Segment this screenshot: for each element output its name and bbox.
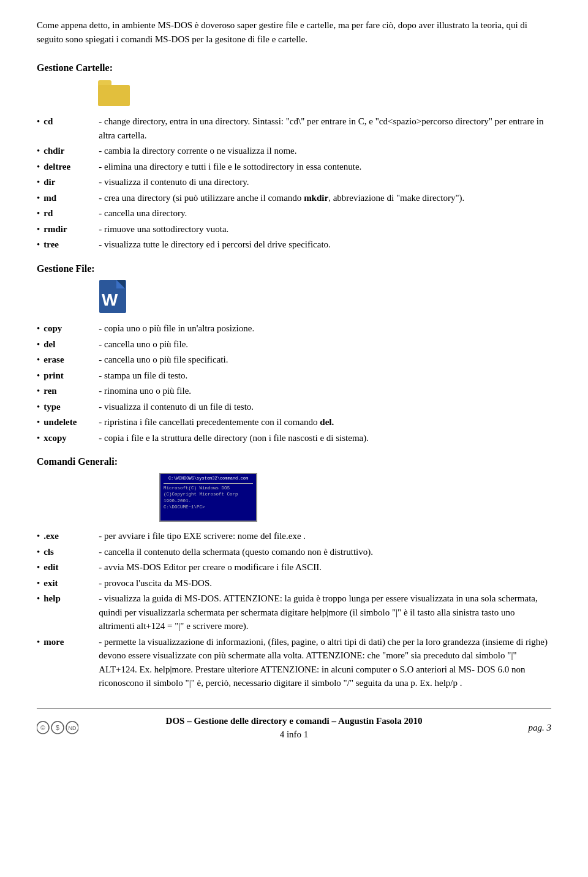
cmd-cls-desc: - cancella il contenuto della schermata … <box>99 545 551 559</box>
gestione-file-commands: • copy - copia uno o più file in un'altr… <box>37 322 551 445</box>
cmd-exe-row: • .exe - per avviare i file tipo EXE scr… <box>37 529 551 543</box>
cmd-exit-name: exit <box>43 576 99 590</box>
cmd-chdir-desc: - cambia la directory corrente o ne visu… <box>99 144 551 158</box>
cmd-type-desc: - visualizza il contenuto di un file di … <box>99 400 551 414</box>
cmd-tree-row: • tree - visualizza tutte le directory e… <box>37 238 551 252</box>
svg-text:ND: ND <box>69 725 77 731</box>
bullet: • <box>37 144 40 158</box>
cmd-exit-desc: - provoca l'uscita da MS-DOS. <box>99 576 551 590</box>
comandi-generali-commands: • .exe - per avviare i file tipo EXE scr… <box>37 529 551 690</box>
cmd-more-row: • more - permette la visualizzazione di … <box>37 635 551 690</box>
cmd-title-bar: C:\WINDOWS\system32\command.com <box>164 476 253 484</box>
cmd-xcopy-row: • xcopy - copia i file e la struttura de… <box>37 431 551 445</box>
cc-license-icon: © $ ND <box>37 720 78 735</box>
cmd-rmdir-row: • rmdir - rimuove una sottodirectory vuo… <box>37 222 551 236</box>
bullet: • <box>37 545 40 559</box>
cmd-type-name: type <box>43 400 99 414</box>
cmd-del-row: • del - cancella uno o più file. <box>37 337 551 352</box>
footer-center: DOS – Gestione delle directory e comandi… <box>86 714 502 742</box>
cmd-more-name: more <box>43 635 99 649</box>
cmd-tree-name: tree <box>43 238 99 252</box>
bullet: • <box>37 175 40 189</box>
footer-subtitle: 4 info 1 <box>86 728 502 742</box>
cmd-cd-name: cd <box>43 115 99 129</box>
bullet: • <box>37 431 40 445</box>
cmd-md-name: md <box>43 191 99 205</box>
gestione-cartelle-title: Gestione Cartelle: <box>37 61 551 75</box>
svg-rect-2 <box>98 85 130 106</box>
cmd-rd-row: • rd - cancella una directory. <box>37 206 551 220</box>
bullet: • <box>37 560 40 574</box>
cmd-deltree-desc: - elimina una directory e tutti i file e… <box>99 160 551 174</box>
intro-paragraph: Come appena detto, in ambiente MS-DOS è … <box>37 18 551 47</box>
bullet: • <box>37 592 40 606</box>
cmd-dir-name: dir <box>43 175 99 189</box>
cmd-deltree-name: deltree <box>43 160 99 174</box>
bullet: • <box>37 222 40 236</box>
cmd-help-desc: - visualizza la guida di MS-DOS. ATTENZI… <box>99 592 551 633</box>
cmd-print-name: print <box>43 369 99 383</box>
bullet: • <box>37 337 40 352</box>
cmd-dir-row: • dir - visualizza il contenuto di una d… <box>37 175 551 189</box>
svg-text:W: W <box>102 290 118 309</box>
gestione-cartelle-commands: • cd - change directory, entra in una di… <box>37 115 551 252</box>
cmd-rmdir-name: rmdir <box>43 222 99 236</box>
cmd-cd-desc: - change directory, entra in una directo… <box>99 115 551 142</box>
footer-page: pag. 3 <box>502 721 551 735</box>
gestione-cartelle-section: Gestione Cartelle: • cd - change directo… <box>37 61 551 252</box>
bullet: • <box>37 635 40 649</box>
gestione-file-section: Gestione File: W • copy - copia uno o pi… <box>37 262 551 445</box>
cmd-undelete-name: undelete <box>43 415 99 429</box>
bullet: • <box>37 206 40 220</box>
bullet: • <box>37 529 40 543</box>
bullet: • <box>37 400 40 414</box>
comandi-generali-title: Comandi Generali: <box>37 454 551 469</box>
word-icon: W <box>98 280 127 317</box>
cmd-erase-name: erase <box>43 353 99 367</box>
cmd-exe-desc: - per avviare i file tipo EXE scrivere: … <box>99 529 551 543</box>
cmd-ren-name: ren <box>43 384 99 398</box>
cmd-more-desc: - permette la visualizzazione di informa… <box>99 635 551 690</box>
cmd-dir-desc: - visualizza il contenuto di una directo… <box>99 175 551 189</box>
comandi-generali-section: Comandi Generali: C:\WINDOWS\system32\co… <box>37 454 551 690</box>
cmd-content: Microsoft(C) Windows DOS (C)Copyright Mi… <box>164 485 253 511</box>
cmd-print-desc: - stampa un file di testo. <box>99 369 551 383</box>
cmd-print-row: • print - stampa un file di testo. <box>37 369 551 383</box>
cmd-help-name: help <box>43 592 99 606</box>
cmd-undelete-desc: - ripristina i file cancellati precedent… <box>99 415 551 429</box>
cmd-undelete-row: • undelete - ripristina i file cancellat… <box>37 415 551 429</box>
cmd-cls-name: cls <box>43 545 99 559</box>
cmd-screenshot-image: C:\WINDOWS\system32\command.com Microsof… <box>98 473 257 524</box>
cmd-edit-row: • edit - avvia MS-DOS Editor per creare … <box>37 560 551 574</box>
cmd-copy-row: • copy - copia uno o più file in un'altr… <box>37 322 551 336</box>
cmd-del-desc: - cancella uno o più file. <box>99 337 551 352</box>
bullet: • <box>37 415 40 429</box>
gestione-file-title: Gestione File: <box>37 262 551 276</box>
cmd-ren-desc: - rinomina uno o più file. <box>99 384 551 398</box>
cmd-xcopy-name: xcopy <box>43 431 99 445</box>
bullet: • <box>37 369 40 383</box>
cmd-md-row: • md - crea una directory (si può utiliz… <box>37 191 551 205</box>
bullet: • <box>37 384 40 398</box>
cmd-edit-name: edit <box>43 560 99 574</box>
svg-text:©: © <box>40 725 45 731</box>
cmd-chdir-row: • chdir - cambia la directory corrente o… <box>37 144 551 158</box>
cmd-cd-row: • cd - change directory, entra in una di… <box>37 115 551 142</box>
footer-title: DOS – Gestione delle directory e comandi… <box>86 714 502 728</box>
cmd-rd-name: rd <box>43 206 99 220</box>
bullet: • <box>37 322 40 336</box>
bullet: • <box>37 115 40 129</box>
cmd-erase-desc: - cancella uno o più file specificati. <box>99 353 551 367</box>
bullet: • <box>37 353 40 367</box>
cmd-md-desc: - crea una directory (si può utilizzare … <box>99 191 551 205</box>
cmd-copy-desc: - copia uno o più file in un'altra posiz… <box>99 322 551 336</box>
cmd-deltree-row: • deltree - elimina una directory e tutt… <box>37 160 551 174</box>
cmd-rmdir-desc: - rimuove una sottodirectory vuota. <box>99 222 551 236</box>
cmd-erase-row: • erase - cancella uno o più file specif… <box>37 353 551 367</box>
cmd-rd-desc: - cancella una directory. <box>99 206 551 220</box>
bullet: • <box>37 191 40 205</box>
cmd-exit-row: • exit - provoca l'uscita da MS-DOS. <box>37 576 551 590</box>
cmd-exe-name: .exe <box>43 529 99 543</box>
cmd-del-name: del <box>43 337 99 352</box>
cmd-help-row: • help - visualizza la guida di MS-DOS. … <box>37 592 551 633</box>
